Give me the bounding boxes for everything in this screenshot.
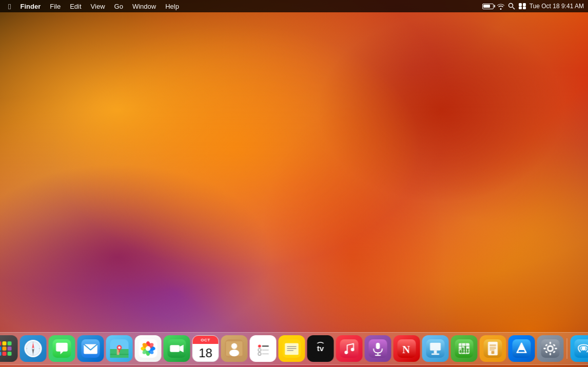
- svg-point-30: [118, 346, 121, 349]
- calendar-date: 18: [199, 344, 212, 361]
- svg-line-1: [513, 7, 515, 9]
- svg-rect-33: [110, 355, 129, 358]
- dock-item-calendar[interactable]: OCT 18: [192, 335, 219, 362]
- svg-rect-2: [519, 3, 522, 6]
- dock: OCT 18: [0, 332, 588, 365]
- svg-rect-70: [376, 343, 380, 349]
- svg-rect-66: [340, 339, 359, 358]
- datetime[interactable]: Tue Oct 18 9:41 AM: [530, 3, 584, 10]
- svg-rect-4: [519, 7, 522, 10]
- battery-status[interactable]: [482, 4, 494, 9]
- svg-rect-111: [575, 339, 589, 358]
- svg-rect-60: [285, 343, 299, 355]
- edit-menu[interactable]: Edit: [66, 2, 85, 11]
- svg-point-102: [548, 347, 552, 351]
- file-menu[interactable]: File: [46, 2, 65, 11]
- svg-point-53: [258, 344, 261, 348]
- svg-rect-77: [434, 351, 437, 354]
- dock-item-appletv[interactable]: tv: [307, 335, 334, 362]
- calendar-month: OCT: [193, 336, 219, 344]
- dock-item-pages[interactable]: [480, 335, 506, 362]
- search-icon[interactable]: [508, 3, 515, 10]
- svg-rect-86: [460, 350, 461, 353]
- view-menu[interactable]: View: [87, 2, 109, 11]
- svg-text:tv: tv: [317, 344, 324, 353]
- desktop:  Finder File Edit View Go Window Help: [0, 0, 588, 367]
- dock-item-launchpad[interactable]: [0, 335, 18, 362]
- dock-item-maps[interactable]: [106, 335, 133, 362]
- dock-item-contacts[interactable]: [221, 335, 248, 362]
- svg-rect-105: [543, 348, 546, 350]
- dock-item-photos[interactable]: [135, 335, 162, 362]
- svg-rect-96: [492, 351, 495, 354]
- dock-separator: [567, 338, 567, 359]
- svg-text:N: N: [402, 343, 410, 356]
- svg-point-50: [229, 350, 239, 356]
- svg-point-112: [582, 346, 586, 351]
- dock-item-messages[interactable]: [49, 335, 75, 362]
- svg-rect-3: [523, 3, 526, 6]
- dock-item-airdrop[interactable]: [571, 335, 589, 362]
- control-center-icon[interactable]: [518, 3, 526, 10]
- dock-item-keynote[interactable]: [422, 335, 449, 362]
- help-menu[interactable]: Help: [161, 2, 183, 11]
- svg-rect-106: [555, 348, 557, 350]
- finder-menu[interactable]: Finder: [16, 2, 45, 11]
- wifi-icon[interactable]: [497, 3, 505, 10]
- apple-menu[interactable]: : [4, 1, 15, 12]
- go-menu[interactable]: Go: [110, 2, 127, 11]
- svg-point-43: [146, 346, 150, 351]
- dock-item-music[interactable]: [336, 335, 363, 362]
- dock-item-safari[interactable]: [20, 335, 47, 362]
- dock-item-appstore[interactable]: [508, 335, 535, 362]
- svg-point-68: [351, 348, 355, 352]
- menubar-right: Tue Oct 18 9:41 AM: [482, 3, 584, 10]
- menubar:  Finder File Edit View Go Window Help: [0, 0, 588, 12]
- svg-rect-5: [523, 7, 526, 10]
- dock-item-notes[interactable]: [279, 335, 305, 362]
- menubar-left:  Finder File Edit View Go Window Help: [4, 1, 183, 12]
- dock-item-news[interactable]: N: [394, 335, 420, 362]
- dock-item-facetime[interactable]: [164, 335, 190, 362]
- svg-rect-104: [550, 353, 551, 356]
- svg-rect-89: [467, 349, 468, 353]
- dock-item-podcasts[interactable]: [365, 335, 391, 362]
- svg-point-49: [231, 343, 237, 349]
- svg-rect-87: [462, 348, 464, 353]
- svg-rect-103: [550, 342, 551, 344]
- dock-item-system-preferences[interactable]: [537, 335, 564, 362]
- svg-rect-45: [170, 345, 180, 352]
- svg-rect-88: [464, 346, 466, 353]
- svg-rect-76: [430, 343, 441, 351]
- svg-point-0: [508, 4, 513, 8]
- dock-item-reminders[interactable]: [250, 335, 277, 362]
- svg-point-67: [345, 351, 348, 354]
- window-menu[interactable]: Window: [128, 2, 160, 11]
- dock-item-mail[interactable]: [77, 335, 104, 362]
- dock-item-numbers[interactable]: [451, 335, 478, 362]
- svg-rect-78: [432, 353, 439, 355]
